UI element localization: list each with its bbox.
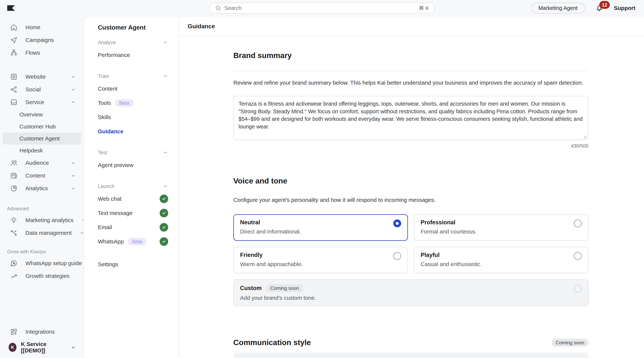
radio-unselected-icon[interactable] — [574, 252, 582, 260]
notification-count-badge: 12 — [599, 1, 610, 9]
klaviyo-logo-icon[interactable] — [7, 5, 16, 11]
subnav-title: Customer Agent — [98, 23, 168, 32]
sidebar-item-marketing-analytics[interactable]: Marketing analytics — [2, 214, 81, 227]
chevron-up-icon[interactable] — [162, 183, 168, 189]
page-title: Guidance — [179, 17, 644, 37]
sidebar-item-service[interactable]: Service — [2, 96, 81, 109]
check-circle-icon — [160, 223, 168, 232]
radio-disabled-icon — [574, 285, 582, 292]
sidebar-item-integrations[interactable]: Integrations — [2, 325, 81, 338]
chevron-up-icon — [70, 99, 76, 105]
radio-unselected-icon[interactable] — [574, 219, 582, 227]
subnav-item-whatsapp[interactable]: WhatsApp Beta — [98, 234, 168, 249]
check-circle-icon — [160, 195, 168, 203]
group-label: Train — [98, 73, 109, 79]
sidebar-item-customer-agent[interactable]: Customer Agent — [2, 133, 81, 145]
subnav-item-email[interactable]: Email — [98, 220, 168, 234]
sidebar-item-audience[interactable]: Audience — [2, 157, 81, 169]
search-input[interactable] — [224, 5, 416, 11]
chevron-down-icon — [70, 173, 76, 179]
support-link[interactable]: Support — [614, 5, 636, 11]
sidebar-item-website[interactable]: Website — [2, 70, 81, 83]
tone-option-neutral[interactable]: Neutral Direct and informational. — [233, 214, 408, 241]
account-name: K Service [[DEMO]] — [21, 341, 66, 354]
customer-agent-subnav: Customer Agent Analyze Performance Train… — [84, 17, 179, 358]
beta-badge: Beta — [128, 238, 146, 245]
users-icon — [10, 159, 18, 167]
sidebar-item-content[interactable]: Content — [2, 169, 81, 182]
global-search[interactable]: ⌘ K — [210, 3, 434, 14]
sidebar-item-analytics[interactable]: Analytics — [2, 182, 81, 195]
lightbulb-icon — [10, 216, 18, 224]
share-icon — [10, 85, 18, 94]
subnav-item-agent-preview[interactable]: Agent preview — [98, 158, 168, 172]
topbar: ⌘ K Marketing Agent 12 Support — [0, 0, 644, 16]
sidebar-item-overview[interactable]: Overview — [2, 109, 81, 121]
sidebar-section-grow: Grow with Klaviyo — [0, 248, 84, 255]
chevron-down-icon — [70, 160, 76, 166]
chevron-down-icon — [70, 74, 76, 80]
sidebar-item-customer-hub[interactable]: Customer Hub — [2, 121, 81, 133]
subnav-item-text-message[interactable]: Text message — [98, 206, 168, 220]
brand-summary-field-wrap: Terraza is a fitness and activewear bran… — [233, 96, 588, 141]
tone-option-professional[interactable]: Professional Formal and courteous. — [414, 214, 588, 241]
marketing-agent-button[interactable]: Marketing Agent — [531, 3, 585, 14]
group-label: Test — [98, 150, 107, 156]
subnav-item-settings[interactable]: Settings — [98, 257, 168, 271]
notifications-button[interactable]: 12 — [595, 4, 604, 12]
paper-plane-icon — [10, 36, 18, 44]
chevron-up-icon[interactable] — [162, 73, 168, 79]
radio-unselected-icon[interactable] — [393, 252, 401, 260]
subnav-item-tools[interactable]: Tools Beta — [98, 96, 168, 110]
chevron-down-icon — [70, 344, 76, 350]
subnav-group-analyze: Analyze Performance — [98, 37, 168, 62]
primary-sidebar: Home Campaigns Flows Website Social Serv… — [0, 16, 84, 358]
chevron-down-icon — [70, 185, 76, 191]
sidebar-item-campaigns[interactable]: Campaigns — [2, 34, 81, 47]
app-content-card: Customer Agent Analyze Performance Train… — [84, 16, 644, 358]
check-circle-icon — [160, 237, 168, 246]
voice-tone-heading: Voice and tone — [233, 177, 588, 185]
sidebar-item-home[interactable]: Home — [2, 21, 81, 34]
nodes-icon — [10, 229, 18, 237]
tone-option-friendly[interactable]: Friendly Warm and approachable. — [233, 247, 408, 273]
subnav-item-web-chat[interactable]: Web chat — [98, 192, 168, 206]
sidebar-item-helpdesk[interactable]: Helpdesk — [2, 145, 81, 157]
sidebar-item-data-management[interactable]: Data management — [2, 227, 81, 239]
sidebar-item-whatsapp-setup[interactable]: WhatsApp setup guide — [2, 257, 81, 270]
communication-style-heading: Communication style — [233, 338, 311, 347]
group-label: Launch — [98, 183, 114, 189]
voice-tone-description: Configure your agent's personality and h… — [233, 196, 588, 204]
chevron-up-icon[interactable] — [162, 150, 168, 155]
coming-soon-badge: Coming soon — [266, 284, 303, 292]
trend-up-icon — [10, 272, 18, 280]
home-icon — [10, 23, 18, 32]
subnav-item-guidance[interactable]: Guidance — [98, 124, 168, 139]
sidebar-section-advanced: Advanced — [0, 205, 84, 212]
sidebar-item-growth-strategies[interactable]: Growth strategies — [2, 270, 81, 282]
tone-option-playful[interactable]: Playful Casual and enthusiastic. — [414, 247, 588, 273]
subnav-group-train: Train Content Tools Beta Skills Guidance — [98, 71, 168, 139]
radio-selected-icon[interactable] — [393, 219, 401, 227]
sidebar-item-flows[interactable]: Flows — [2, 47, 81, 59]
subnav-item-performance[interactable]: Performance — [98, 48, 168, 62]
guidance-body: Brand summary Review and refine your bra… — [179, 37, 644, 358]
subnav-group-launch: Launch Web chat Text message Email Whats… — [98, 181, 168, 249]
communication-style-row: Communication style Coming soon — [233, 338, 588, 347]
account-switcher[interactable]: K K Service [[DEMO]] — [2, 341, 81, 354]
account-avatar: K — [8, 343, 16, 352]
inbox-icon — [10, 98, 18, 106]
subnav-item-content[interactable]: Content — [98, 82, 168, 96]
document-icon — [10, 73, 18, 81]
search-shortcut: ⌘ K — [419, 5, 429, 11]
brand-summary-heading: Brand summary — [233, 51, 588, 60]
subnav-item-skills[interactable]: Skills — [98, 110, 168, 124]
section-divider — [233, 71, 588, 71]
whatsapp-icon — [10, 259, 18, 267]
news-icon — [10, 172, 18, 180]
sidebar-item-social[interactable]: Social — [2, 83, 81, 96]
subnav-group-test: Test Agent preview — [98, 147, 168, 172]
chevron-down-icon — [70, 87, 76, 93]
brand-summary-textarea[interactable]: Terraza is a fitness and activewear bran… — [233, 96, 588, 140]
chevron-up-icon[interactable] — [162, 40, 168, 45]
